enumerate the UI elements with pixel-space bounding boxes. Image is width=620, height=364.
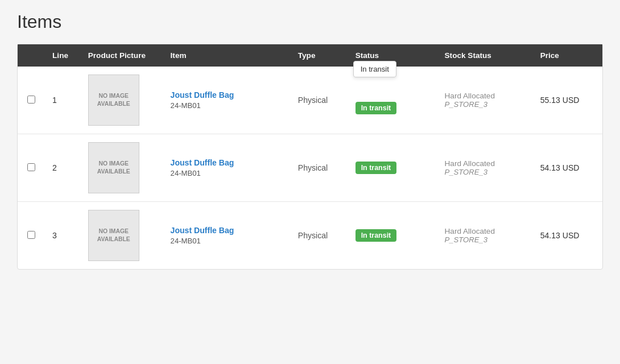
status-badge-2: In transit	[356, 162, 397, 174]
item-sku-2: 24-MB01	[171, 169, 282, 177]
row-status-3: In transit	[348, 202, 437, 270]
row-checkbox-3[interactable]	[27, 231, 35, 239]
row-item-1: Joust Duffle Bag 24-MB01	[163, 67, 290, 134]
row-item-3: Joust Duffle Bag 24-MB01	[163, 202, 290, 270]
col-stock-status: Stock Status	[437, 44, 532, 67]
col-product-picture: Product Picture	[80, 44, 163, 67]
col-type: Type	[290, 44, 348, 67]
table-row: 1 NO IMAGEAVAILABLE Joust Duffle Bag 24-…	[18, 67, 602, 134]
page-title: Items	[17, 11, 603, 32]
row-stock-1: Hard Allocated P_STORE_3	[437, 67, 532, 134]
col-item: Item	[163, 44, 290, 67]
stock-sub-1: P_STORE_3	[445, 100, 524, 109]
no-image-placeholder-3: NO IMAGEAVAILABLE	[88, 210, 139, 261]
table-header-row: Line Product Picture Item Type Status St…	[18, 44, 602, 67]
col-line: Line	[44, 44, 80, 67]
table-row: 3 NO IMAGEAVAILABLE Joust Duffle Bag 24-…	[18, 202, 602, 270]
row-checkbox-cell	[18, 134, 44, 202]
row-checkbox-2[interactable]	[27, 163, 35, 171]
row-status-2: In transit	[348, 134, 437, 202]
row-checkbox-cell	[18, 67, 44, 134]
item-sku-1: 24-MB01	[171, 101, 282, 110]
stock-sub-3: P_STORE_3	[445, 235, 524, 244]
item-name-link-1[interactable]: Joust Duffle Bag	[171, 90, 234, 100]
row-type-1: Physical	[290, 67, 348, 134]
row-checkbox-1[interactable]	[27, 96, 35, 104]
status-badge-1: In transit	[356, 102, 397, 114]
stock-label-1: Hard Allocated	[445, 92, 524, 100]
row-status-1: In transit In transit	[348, 67, 437, 134]
stock-label-3: Hard Allocated	[445, 227, 524, 235]
no-image-placeholder-1: NO IMAGEAVAILABLE	[88, 75, 139, 126]
stock-label-2: Hard Allocated	[445, 159, 524, 168]
table-row: 2 NO IMAGEAVAILABLE Joust Duffle Bag 24-…	[18, 134, 602, 202]
item-name-link-2[interactable]: Joust Duffle Bag	[171, 158, 234, 167]
stock-sub-2: P_STORE_3	[445, 168, 524, 176]
col-price: Price	[532, 44, 602, 67]
row-checkbox-cell	[18, 202, 44, 270]
status-badge-3: In transit	[356, 229, 397, 242]
row-item-2: Joust Duffle Bag 24-MB01	[163, 134, 290, 202]
row-type-2: Physical	[290, 134, 348, 202]
row-product-picture-3: NO IMAGEAVAILABLE	[80, 202, 163, 270]
items-table-wrapper: Line Product Picture Item Type Status St…	[17, 44, 603, 270]
row-line-2: 2	[44, 134, 80, 202]
status-tooltip-1: In transit	[353, 61, 396, 77]
item-name-link-3[interactable]: Joust Duffle Bag	[171, 226, 234, 235]
row-product-picture-2: NO IMAGEAVAILABLE	[80, 134, 163, 202]
col-checkbox	[18, 44, 44, 67]
row-product-picture-1: NO IMAGEAVAILABLE	[80, 67, 163, 134]
row-price-1: 55.13 USD	[532, 67, 602, 134]
row-line-1: 1	[44, 67, 80, 134]
row-stock-3: Hard Allocated P_STORE_3	[437, 202, 532, 270]
item-sku-3: 24-MB01	[171, 237, 282, 245]
no-image-placeholder-2: NO IMAGEAVAILABLE	[88, 142, 139, 193]
row-stock-2: Hard Allocated P_STORE_3	[437, 134, 532, 202]
items-table: Line Product Picture Item Type Status St…	[18, 44, 602, 269]
row-line-3: 3	[44, 202, 80, 270]
row-price-3: 54.13 USD	[532, 202, 602, 270]
row-type-3: Physical	[290, 202, 348, 270]
row-price-2: 54.13 USD	[532, 134, 602, 202]
